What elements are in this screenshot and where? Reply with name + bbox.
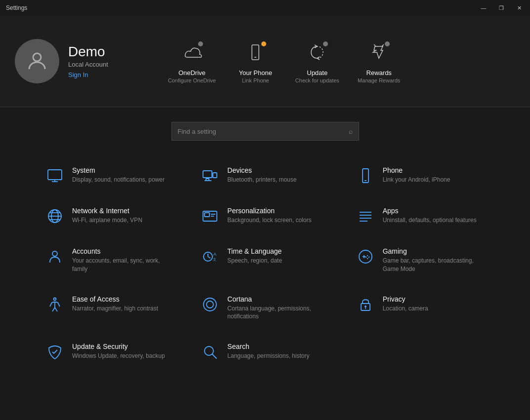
- time-language-desc: Speech, region, date: [227, 257, 282, 265]
- svg-rect-20: [204, 213, 209, 217]
- svg-line-47: [212, 354, 216, 358]
- search-container: ⌕: [40, 122, 490, 141]
- setting-personalization[interactable]: Personalization Background, lock screen,…: [195, 201, 335, 231]
- network-desc: Wi-Fi, airplane mode, VPN: [72, 216, 142, 225]
- search-setting-icon: [201, 343, 219, 361]
- svg-rect-8: [203, 171, 212, 178]
- close-button[interactable]: ✕: [514, 5, 524, 11]
- onedrive-label: OneDrive: [178, 69, 205, 76]
- header-link-onedrive[interactable]: OneDrive Configure OneDrive: [168, 39, 216, 83]
- cortana-desc: Cortana language, permissions, notificat…: [227, 305, 329, 321]
- network-text: Network & Internet Wi-Fi, airplane mode,…: [72, 207, 142, 225]
- privacy-text: Privacy Location, camera: [383, 295, 428, 313]
- onedrive-badge: [197, 40, 204, 47]
- rewards-icon-container: [366, 39, 392, 65]
- network-icon: [45, 207, 64, 226]
- setting-ease-of-access[interactable]: Ease of Access Narrator, magnifier, high…: [40, 289, 180, 327]
- privacy-title: Privacy: [383, 295, 428, 303]
- ease-of-access-title: Ease of Access: [72, 295, 158, 303]
- svg-rect-5: [48, 170, 62, 180]
- minimize-button[interactable]: —: [479, 5, 489, 11]
- setting-privacy[interactable]: Privacy Location, camera: [350, 289, 490, 327]
- your-phone-badge: [260, 40, 267, 47]
- devices-icon: [201, 166, 219, 185]
- update-security-text: Update & Security Windows Update, recove…: [72, 343, 165, 360]
- setting-time-language[interactable]: A 文 Time & Language Speech, region, date: [195, 241, 335, 279]
- onedrive-icon-container: [179, 39, 205, 65]
- svg-point-46: [204, 346, 213, 355]
- setting-phone[interactable]: Phone Link your Android, iPhone: [350, 160, 490, 191]
- your-phone-icon-container: [243, 39, 268, 65]
- apps-text: Apps Uninstall, defaults, optional featu…: [383, 207, 477, 225]
- system-icon: [45, 166, 64, 185]
- header-section: Demo Local Account Sign In OneDrive Conf…: [0, 16, 530, 107]
- search-text: Search Language, permissions, history: [227, 343, 309, 360]
- setting-cortana[interactable]: Cortana Cortana language, permissions, n…: [195, 289, 335, 327]
- privacy-desc: Location, camera: [383, 305, 428, 313]
- time-language-title: Time & Language: [227, 247, 282, 255]
- svg-point-27: [52, 251, 57, 256]
- phone-desc: Link your Android, iPhone: [383, 176, 450, 184]
- accounts-icon: [45, 247, 64, 266]
- phone-icon: [356, 166, 375, 185]
- setting-system[interactable]: System Display, sound, notifications, po…: [40, 160, 180, 191]
- svg-point-0: [33, 53, 41, 61]
- onedrive-sublabel: Configure OneDrive: [168, 77, 216, 83]
- devices-desc: Bluetooth, printers, mouse: [227, 176, 296, 184]
- update-badge: [322, 40, 329, 47]
- setting-search[interactable]: Search Language, permissions, history: [195, 337, 335, 367]
- sign-in-link[interactable]: Sign In: [68, 71, 108, 78]
- title-bar: Settings — ❐ ✕: [0, 0, 530, 16]
- devices-title: Devices: [227, 166, 296, 174]
- ease-of-access-text: Ease of Access Narrator, magnifier, high…: [72, 295, 158, 313]
- gaming-text: Gaming Game bar, captures, broadcasting,…: [383, 247, 485, 273]
- svg-text:文: 文: [213, 258, 216, 261]
- setting-gaming[interactable]: Gaming Game bar, captures, broadcasting,…: [350, 241, 490, 279]
- phone-text: Phone Link your Android, iPhone: [383, 166, 450, 184]
- svg-point-39: [365, 257, 366, 258]
- network-title: Network & Internet: [72, 207, 142, 215]
- your-phone-label: Your Phone: [239, 69, 272, 76]
- gaming-icon: [356, 247, 375, 266]
- setting-update-security[interactable]: Update & Security Windows Update, recove…: [40, 337, 180, 367]
- update-label: Update: [307, 69, 327, 76]
- header-link-update[interactable]: Update Check for updates: [295, 39, 339, 83]
- apps-icon: [356, 207, 375, 226]
- search-icon[interactable]: ⌕: [349, 127, 353, 135]
- search-setting-desc: Language, permissions, history: [227, 352, 309, 360]
- app-title: Settings: [6, 4, 27, 11]
- gaming-title: Gaming: [383, 247, 485, 255]
- time-language-icon: A 文: [201, 247, 219, 266]
- personalization-text: Personalization Background, lock screen,…: [227, 207, 311, 225]
- accounts-title: Accounts: [72, 247, 174, 255]
- svg-point-38: [367, 258, 367, 259]
- system-text: System Display, sound, notifications, po…: [72, 166, 164, 184]
- search-setting-title: Search: [227, 343, 309, 350]
- cortana-title: Cortana: [227, 295, 329, 303]
- search-bar[interactable]: ⌕: [171, 122, 359, 141]
- window-controls: — ❐ ✕: [479, 5, 524, 11]
- update-security-title: Update & Security: [72, 343, 165, 350]
- rewards-sublabel: Manage Rewards: [358, 77, 400, 83]
- update-security-desc: Windows Update, recovery, backup: [72, 352, 165, 360]
- search-input[interactable]: [178, 128, 349, 135]
- header-link-rewards[interactable]: Rewards Manage Rewards: [357, 39, 401, 83]
- personalization-title: Personalization: [227, 207, 311, 215]
- apps-title: Apps: [383, 207, 477, 215]
- header-link-your-phone[interactable]: Your Phone Link Phone: [233, 39, 278, 83]
- main-content: ⌕ System Display, sound, notifications, …: [0, 107, 530, 382]
- settings-grid: System Display, sound, notifications, po…: [40, 160, 490, 367]
- update-sublabel: Check for updates: [295, 77, 339, 83]
- setting-devices[interactable]: Devices Bluetooth, printers, mouse: [195, 160, 335, 191]
- svg-point-41: [204, 298, 216, 311]
- personalization-desc: Background, lock screen, colors: [227, 216, 311, 225]
- time-language-text: Time & Language Speech, region, date: [227, 247, 282, 265]
- setting-apps[interactable]: Apps Uninstall, defaults, optional featu…: [350, 201, 490, 231]
- svg-line-30: [208, 257, 210, 258]
- user-avatar-icon: [25, 49, 49, 73]
- user-info: Demo Local Account Sign In: [68, 44, 108, 78]
- setting-accounts[interactable]: Accounts Your accounts, email, sync, wor…: [40, 241, 180, 279]
- maximize-button[interactable]: ❐: [496, 5, 506, 11]
- rewards-badge: [384, 40, 391, 47]
- setting-network[interactable]: Network & Internet Wi-Fi, airplane mode,…: [40, 201, 180, 231]
